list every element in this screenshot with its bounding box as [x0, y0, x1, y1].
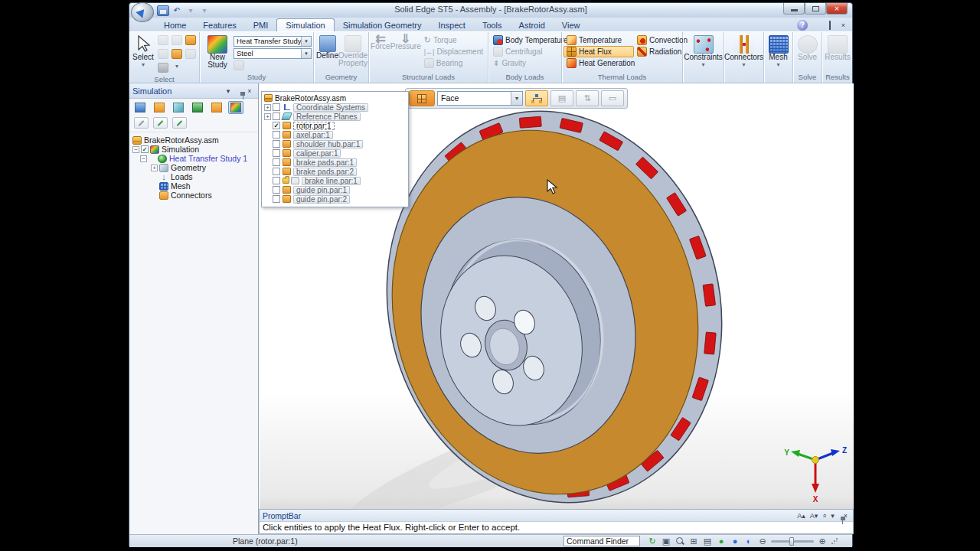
tab-pmi[interactable]: PMI [245, 19, 277, 31]
fit-view-icon[interactable]: ▣ [661, 536, 671, 546]
tree-item-connectors[interactable]: Connectors [132, 191, 256, 200]
body-temperature-button[interactable]: Body Temperature [490, 34, 571, 46]
select-visible-icon[interactable] [185, 35, 196, 45]
tab-features[interactable]: Features [194, 19, 244, 31]
mesh-button[interactable]: Mesh ▾ [766, 34, 791, 69]
material-select-arrow[interactable]: ▾ [301, 49, 311, 58]
new-study-button[interactable]: New Study [201, 34, 234, 69]
connectors-button[interactable]: Connectors ▾ [725, 34, 763, 69]
pathfinder-item-guide-pin-1[interactable]: guide pin.par:1 [264, 185, 408, 194]
displacement-button[interactable]: |↔| Displacement [421, 46, 486, 57]
export-study-icon[interactable] [172, 117, 187, 129]
override-property-button[interactable]: Override Property [339, 34, 367, 67]
collapse-icon[interactable]: − [140, 155, 147, 162]
study-properties-icon[interactable] [234, 60, 244, 70]
pathfinder-item-caliper[interactable]: caliper.par:1 [264, 148, 408, 158]
torque-button[interactable]: ↻ Torque [421, 34, 486, 46]
rotate-view-icon[interactable]: ◐ [743, 536, 754, 546]
solve-button[interactable]: Solve [795, 34, 820, 61]
tab-inspect[interactable]: Inspect [430, 19, 473, 31]
select-body-icon[interactable] [172, 49, 182, 59]
centrifugal-button[interactable]: Centrifugal [490, 46, 571, 57]
radiation-button[interactable]: Radiation [634, 46, 691, 57]
gravity-button[interactable]: ⇟ Gravity [490, 57, 571, 69]
doc-restore-button[interactable] [824, 21, 835, 31]
font-decrease-button[interactable]: A▾ [808, 512, 821, 520]
item-checkbox[interactable] [273, 158, 280, 166]
family-mode-icon[interactable] [209, 101, 224, 114]
tree-item-geometry[interactable]: + Geometry [132, 163, 256, 172]
zoom-area-icon[interactable]: ⊞ [688, 536, 699, 546]
simulation-mode-icon[interactable] [228, 101, 243, 114]
heat-generation-button[interactable]: Heat Generation [564, 57, 634, 69]
results-button[interactable]: Results [824, 34, 851, 61]
pathfinder-item-axel[interactable]: axel.par:1 [264, 130, 408, 139]
application-menu-button[interactable] [131, 2, 154, 22]
item-checkbox[interactable] [273, 195, 280, 203]
tab-tools[interactable]: Tools [474, 19, 511, 31]
pathfinder-item-rotor[interactable]: ✓ rotor.par:1 [264, 121, 408, 130]
zoom-out-icon[interactable]: ⊖ [757, 536, 768, 546]
box-select-icon[interactable] [158, 35, 168, 45]
pathfinder-item-brake-line[interactable]: brake line.par:1 [264, 176, 408, 185]
select-filter-icon[interactable] [158, 49, 168, 59]
doc-close-button[interactable]: × [838, 21, 849, 31]
item-checkbox-checked[interactable]: ✓ [273, 122, 280, 129]
expand-icon[interactable]: + [151, 165, 158, 171]
tab-astroid[interactable]: Astroid [511, 19, 554, 31]
deselect-button[interactable]: ▤ [550, 90, 573, 106]
copy-study-icon[interactable] [153, 117, 168, 129]
item-checkbox[interactable] [273, 131, 280, 139]
sensors-mode-icon[interactable] [190, 101, 205, 114]
edit-study-icon[interactable] [134, 117, 149, 129]
layers-mode-icon[interactable] [171, 101, 186, 114]
tree-item-loads[interactable]: ↓ Loads [132, 172, 256, 181]
pathfinder-item-brake-pads-2[interactable]: brake pads.par:2 [264, 167, 408, 176]
item-checkbox[interactable] [273, 140, 280, 148]
constraints-button[interactable]: Constraints ▾ [684, 34, 723, 69]
help-icon[interactable]: ? [797, 20, 808, 31]
symbol-options-button[interactable]: ▭ [601, 90, 624, 106]
item-checkbox[interactable] [273, 112, 280, 120]
zoom-slider-thumb[interactable] [789, 537, 794, 546]
resize-grip[interactable] [831, 537, 838, 545]
pressure-button[interactable]: ⇓ Pressure [390, 34, 421, 51]
tab-simulation[interactable]: Simulation [276, 18, 334, 31]
tab-home[interactable]: Home [155, 19, 194, 31]
select-more-dropdown[interactable]: ▾ [172, 63, 182, 73]
doc-minimize-button[interactable] [810, 21, 822, 31]
study-select-arrow[interactable]: ▾ [301, 37, 311, 46]
font-increase-button[interactable]: A▴ [795, 512, 808, 520]
collapse-icon[interactable]: − [132, 146, 139, 153]
pathfinder-item-coordinate-systems[interactable]: + Coordinate Systems [264, 103, 408, 112]
bearing-button[interactable]: Bearing [421, 57, 486, 69]
collapse-chevrons-icon[interactable]: » [821, 511, 828, 520]
prompt-options-icon[interactable]: ▾ [828, 512, 837, 520]
pathfinder-mode-icon[interactable] [132, 101, 148, 114]
tree-item-assembly[interactable]: BrakeRotorAssy.asm [132, 135, 256, 145]
previous-view-icon[interactable]: ▤ [702, 536, 713, 546]
zoom-icon[interactable] [675, 536, 685, 546]
panel-close-icon[interactable]: × [244, 87, 255, 95]
item-checkbox[interactable] [273, 186, 280, 194]
select-options-icon[interactable] [158, 63, 168, 73]
panel-dock-options-icon[interactable]: ▾ [223, 87, 234, 95]
zoom-slider[interactable] [771, 540, 814, 543]
item-checkbox[interactable] [273, 103, 280, 111]
pathfinder-item-reference-planes[interactable]: + Reference Planes [264, 112, 408, 121]
tree-item-heat-transfer-study[interactable]: − Heat Transfer Study 1 [132, 154, 256, 163]
maximize-button[interactable] [805, 3, 826, 15]
expand-icon[interactable]: + [264, 104, 271, 111]
tab-simulation-geometry[interactable]: Simulation Geometry [335, 19, 430, 31]
selection-type-select[interactable]: Face ▾ [437, 91, 523, 106]
zoom-in-icon[interactable]: ⊕ [817, 536, 828, 546]
study-select[interactable]: Heat Transfer Study 1 ▾ [234, 36, 312, 47]
simulation-checkbox[interactable]: ✓ [141, 145, 149, 153]
tab-view[interactable]: View [554, 19, 589, 31]
pathfinder-item-brake-pads-1[interactable]: brake pads.par:1 [264, 158, 408, 167]
selection-type-arrow[interactable]: ▾ [511, 92, 522, 105]
select-face-icon[interactable] [185, 49, 196, 59]
temperature-button[interactable]: Temperature [564, 34, 634, 46]
force-button[interactable]: ⇇ Force [371, 34, 390, 51]
material-select[interactable]: Steel ▾ [234, 48, 312, 59]
